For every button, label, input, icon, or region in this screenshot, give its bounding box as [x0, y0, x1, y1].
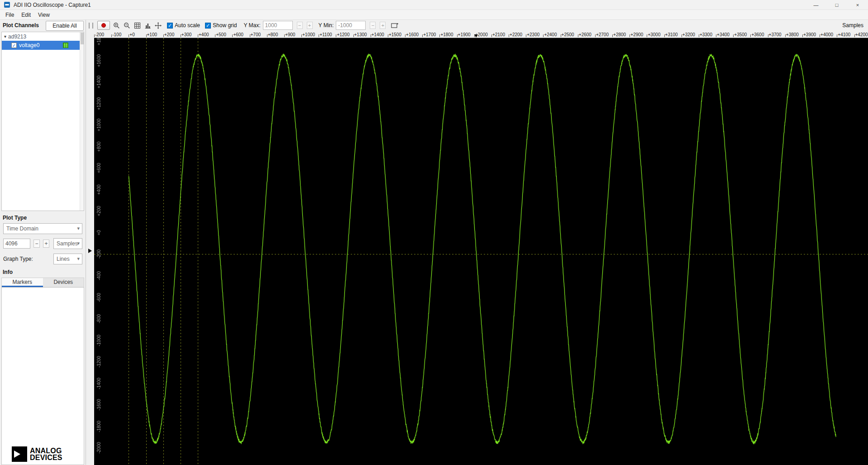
- x-tick-label: +2200: [509, 33, 522, 37]
- sample-count-increment-button[interactable]: +: [43, 240, 49, 248]
- x-tick-label: +3100: [664, 33, 678, 37]
- x-tick-label: -100: [111, 33, 121, 37]
- x-tick-label: +100: [146, 33, 157, 37]
- menu-file[interactable]: File: [2, 10, 18, 19]
- y-axis-gutter: [86, 38, 94, 465]
- x-tick-label: +3300: [699, 33, 712, 37]
- x-tick-label: +3500: [733, 33, 747, 37]
- graph-type-row: Graph Type: Lines: [3, 254, 82, 264]
- x-tick-label: +1000: [301, 33, 315, 37]
- x-tick-label: -200: [94, 33, 104, 37]
- x-tick-label: +0: [129, 33, 134, 37]
- zoom-out-icon[interactable]: [123, 21, 131, 29]
- y-marker-arrow[interactable]: [88, 249, 92, 253]
- x-tick-label: +2300: [526, 33, 539, 37]
- x-tick-label: +200: [163, 33, 175, 37]
- grid-view-icon[interactable]: [133, 21, 141, 29]
- x-tick-label: +700: [250, 33, 261, 37]
- menubar: File Edit View: [0, 10, 868, 20]
- plot-type-label: Plot Type: [3, 215, 83, 221]
- y-max-label: Y Max:: [243, 22, 260, 29]
- sample-count-decrement-button[interactable]: −: [33, 240, 40, 248]
- enable-all-button[interactable]: Enable All: [46, 21, 84, 31]
- tree-scrollbar[interactable]: [80, 32, 84, 211]
- x-tick-label: +3600: [750, 33, 764, 37]
- show-grid-checkbox[interactable]: [205, 23, 211, 29]
- menu-view[interactable]: View: [34, 10, 53, 19]
- y-max-increment-button[interactable]: +: [307, 22, 313, 29]
- zoom-in-icon[interactable]: [112, 21, 120, 29]
- show-grid-label: Show grid: [213, 22, 237, 29]
- minimize-button[interactable]: —: [806, 0, 826, 10]
- pan-icon[interactable]: [154, 21, 162, 29]
- x-tick-label: +1700: [422, 33, 436, 37]
- close-button[interactable]: ×: [847, 0, 868, 10]
- plot-type-dropdown[interactable]: Time Domain: [3, 223, 82, 234]
- y-min-input[interactable]: [336, 21, 366, 30]
- y-max-decrement-button[interactable]: −: [297, 22, 303, 29]
- x-axis-unit-label: Samples: [842, 22, 863, 29]
- capture-toolbar: Auto scale Show grid Y Max: − + Y Min: −…: [86, 20, 868, 31]
- x-tick-label: +500: [215, 33, 226, 37]
- x-tick-label: +600: [232, 33, 243, 37]
- channel-row[interactable]: voltage0: [2, 41, 84, 50]
- tree-scrollbar-thumb[interactable]: [81, 33, 84, 44]
- toolbar-grip[interactable]: [89, 23, 93, 29]
- new-plot-icon[interactable]: [391, 21, 399, 29]
- ruler-position-marker[interactable]: [474, 34, 478, 38]
- show-grid-group: Show grid: [205, 22, 237, 29]
- maximize-button[interactable]: □: [826, 0, 847, 10]
- x-tick-label: +3800: [785, 33, 799, 37]
- menu-edit[interactable]: Edit: [18, 10, 34, 19]
- auto-scale-label: Auto scale: [175, 22, 200, 29]
- auto-scale-checkbox[interactable]: [167, 23, 173, 29]
- app-icon: [4, 2, 10, 8]
- info-label: Info: [3, 269, 83, 275]
- sample-count-input[interactable]: [3, 239, 30, 249]
- y-min-increment-button[interactable]: +: [380, 22, 386, 29]
- adi-logo-text: ANALOG DEVICES: [30, 447, 62, 461]
- titlebar: ADI IIO Oscilloscope - Capture1 — □ ×: [0, 0, 868, 10]
- plot-area: +1800+1600+1400+1200+1000+800+600+400+20…: [94, 38, 868, 465]
- adi-logo-line1: ANALOG: [30, 447, 62, 454]
- graph-type-value: Lines: [57, 256, 70, 262]
- plot-type-value: Time Domain: [6, 225, 38, 232]
- plot-canvas[interactable]: [94, 38, 868, 465]
- x-tick-label: +3000: [647, 33, 660, 37]
- capture-record-button[interactable]: [97, 21, 110, 30]
- y-max-input[interactable]: [263, 21, 293, 30]
- plot-channels-header: Plot Channels Enable All: [0, 20, 86, 32]
- x-tick-label: +2700: [595, 33, 609, 37]
- x-tick-label: +300: [181, 33, 192, 37]
- tab-markers[interactable]: Markers: [2, 278, 43, 287]
- histogram-icon[interactable]: [143, 21, 152, 29]
- x-tick-label: +800: [267, 33, 278, 37]
- x-tick-label: +1300: [353, 33, 367, 37]
- channel-checkbox[interactable]: [11, 43, 17, 48]
- expander-icon[interactable]: ▾: [4, 34, 6, 39]
- y-min-decrement-button[interactable]: −: [370, 22, 376, 29]
- x-tick-label: +3400: [716, 33, 730, 37]
- adi-logo-line2: DEVICES: [30, 454, 62, 461]
- info-tab-content: ANALOG DEVICES: [1, 288, 84, 465]
- record-icon: [101, 23, 106, 28]
- x-tick-label: +2500: [561, 33, 574, 37]
- window-controls: — □ ×: [806, 0, 868, 10]
- device-row[interactable]: ▾ ad9213: [2, 32, 84, 41]
- x-tick-label: +1400: [371, 33, 384, 37]
- sample-unit-value: Samples: [57, 240, 78, 247]
- graph-type-dropdown[interactable]: Lines: [53, 254, 82, 264]
- channel-tree: ▾ ad9213 voltage0: [1, 32, 84, 211]
- x-tick-label: +900: [284, 33, 296, 37]
- x-tick-label: +2100: [491, 33, 505, 37]
- tab-devices[interactable]: Devices: [43, 278, 84, 287]
- adi-logo-mark: [12, 446, 27, 462]
- x-tick-label: +3200: [682, 33, 695, 37]
- x-tick-label: +4200: [854, 33, 868, 37]
- x-tick-label: +1100: [319, 33, 332, 37]
- sample-unit-dropdown[interactable]: Samples: [53, 238, 82, 249]
- x-tick-label: +1800: [439, 33, 453, 37]
- device-name: ad9213: [8, 34, 26, 40]
- channel-color-swatch[interactable]: [63, 43, 68, 48]
- x-ruler[interactable]: -200-100+0+100+200+300+400+500+600+700+8…: [94, 31, 868, 38]
